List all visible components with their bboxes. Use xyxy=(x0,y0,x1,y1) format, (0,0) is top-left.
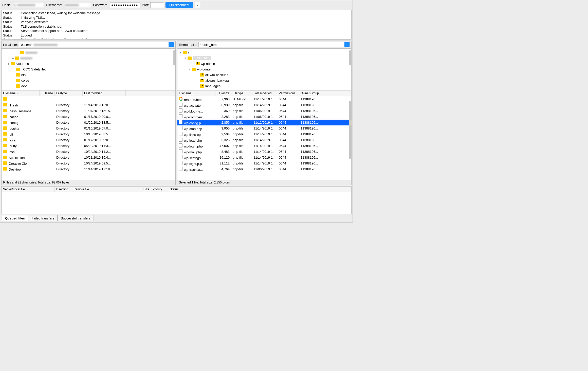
tree-item[interactable]: dev xyxy=(2,83,175,89)
file-row[interactable]: wp-commen..2,283php-file11/06/2019 1...0… xyxy=(177,114,351,120)
column-header[interactable]: Filename▲ xyxy=(177,90,215,96)
file-row[interactable]: wp-activate....6,939php-file11/14/2019 1… xyxy=(177,102,351,108)
file-row[interactable]: wp-trackba...4,764php-file11/06/2019 1..… xyxy=(177,166,351,172)
tree-item[interactable]: ▼/ xyxy=(177,50,351,55)
file-row[interactable]: DesktopDirectory11/14/2019 17:19... xyxy=(2,166,175,172)
local-path-input[interactable]: /Users/■■■■■■■■■■■■ xyxy=(19,42,174,47)
tree-item[interactable]: _CCC SafetyNet xyxy=(2,66,175,72)
file-cell: 11/14/2019 17:19... xyxy=(83,167,126,172)
file-row[interactable]: .configDirectory01/29/2019 13:5... xyxy=(2,120,175,125)
file-cell: Directory xyxy=(55,143,83,148)
file-row[interactable]: .gitDirectory10/16/2019 03:5... xyxy=(2,131,175,137)
quickconnect-button[interactable]: Quickconnect xyxy=(166,2,193,8)
column-header[interactable]: Permissions xyxy=(277,90,299,96)
file-row[interactable]: .localDirectory01/17/2019 09:0... xyxy=(2,137,175,143)
file-row[interactable]: .bash_sessionsDirectory11/07/2019 15:15.… xyxy=(2,108,175,114)
file-row[interactable]: readme.html7,368HTML do...11/14/2019 1..… xyxy=(177,96,351,102)
file-row[interactable]: .TrashDirectory11/14/2019 15:0... xyxy=(2,102,175,108)
scrollbar-thumb[interactable] xyxy=(173,50,175,65)
column-header[interactable]: Last modified xyxy=(252,90,277,96)
file-cell: 10/21/2019 15:4... xyxy=(83,155,126,160)
tree-item[interactable]: ai1wm-backups xyxy=(177,72,351,78)
column-header[interactable]: Filetype xyxy=(231,90,252,96)
disclosure-triangle-icon[interactable]: ▼ xyxy=(179,51,182,54)
log-label: Status: xyxy=(3,38,16,40)
file-cell: Directory xyxy=(55,120,83,125)
tree-item[interactable]: ▼wp-content xyxy=(177,66,351,72)
file-cell: Directory xyxy=(55,114,83,119)
disclosure-triangle-icon[interactable]: ▶ xyxy=(12,57,14,60)
column-header[interactable]: Filename▲ xyxy=(2,90,40,96)
file-row[interactable]: wp-config.p...2,855php-file11/12/2019 1.… xyxy=(177,120,351,125)
username-input[interactable] xyxy=(64,2,91,8)
file-row[interactable]: wp-mail.php8,483php-file11/14/2019 1...0… xyxy=(177,149,351,155)
local-path-dropdown[interactable] xyxy=(169,42,174,47)
tree-item[interactable]: ■■■■■■ xyxy=(2,50,175,55)
scrollbar-thumb[interactable] xyxy=(349,101,351,159)
file-row[interactable]: wp-links-op...2,504php-file11/14/2019 1.… xyxy=(177,131,351,137)
file-row[interactable]: .. xyxy=(2,96,175,102)
host-input[interactable] xyxy=(11,2,44,8)
message-log[interactable]: Status:Connection established, waiting f… xyxy=(1,10,352,40)
column-header[interactable]: Priority xyxy=(151,187,168,192)
remote-tree[interactable]: ▼/▼public_htmlwp-admin▼wp-contentai1wm-b… xyxy=(177,49,352,90)
local-columns[interactable]: Filename▲FilesizeFiletypeLast modified xyxy=(2,90,175,96)
tree-item[interactable]: ▼public_html xyxy=(177,55,351,61)
disclosure-triangle-icon[interactable]: ▶ xyxy=(8,62,10,65)
column-header[interactable]: Remote file xyxy=(72,187,141,192)
file-row[interactable]: ApplicationsDirectory10/21/2019 15:4... xyxy=(2,155,175,160)
column-header[interactable]: Direction xyxy=(55,187,72,192)
tree-item[interactable]: wp-admin xyxy=(177,61,351,66)
file-row[interactable]: Creative Clo...Directory10/24/2019 09:5.… xyxy=(2,160,175,166)
file-icon xyxy=(179,120,182,124)
local-rows[interactable]: ...TrashDirectory11/14/2019 15:0....bash… xyxy=(2,96,175,180)
file-cell: wp-trackba... xyxy=(177,166,215,172)
column-header[interactable]: Status xyxy=(168,187,214,192)
tree-item[interactable]: cores xyxy=(2,78,175,83)
log-label: Status: xyxy=(3,29,16,33)
tree-item[interactable]: aiowps_backups xyxy=(177,78,351,83)
scrollbar-thumb[interactable] xyxy=(349,50,351,65)
tree-item[interactable]: ▶Volumes xyxy=(2,61,175,66)
column-header[interactable]: Owner/Group xyxy=(299,90,327,96)
remote-path-dropdown[interactable] xyxy=(344,42,350,47)
disclosure-triangle-icon[interactable]: ▼ xyxy=(189,68,191,71)
remote-site-label: Remote site: xyxy=(179,43,197,47)
file-cell: wp-settings... xyxy=(177,155,215,160)
column-header[interactable]: Filesize xyxy=(40,90,55,96)
password-input[interactable] xyxy=(110,2,140,8)
tab-successful-transfers[interactable]: Successful transfers xyxy=(58,215,94,221)
queue-columns[interactable]: Server/Local fileDirectionRemote fileSiz… xyxy=(2,187,351,192)
tree-item[interactable]: ▶etc xyxy=(2,89,175,90)
file-row[interactable]: wp-load.php3,326php-file11/14/2019 1...0… xyxy=(177,137,351,143)
file-row[interactable]: wp-blog-he...369php-file11/06/2019 1...0… xyxy=(177,108,351,114)
quickconnect-history-dropdown[interactable] xyxy=(195,2,200,8)
file-row[interactable]: wp-settings...19,120php-file11/14/2019 1… xyxy=(177,155,351,160)
tab-queued-files[interactable]: Queued files xyxy=(2,215,28,221)
column-header[interactable]: Filetype xyxy=(55,90,83,96)
local-tree[interactable]: ■■■■■■▶■■■■■■▶Volumes_CCC SafetyNetbinco… xyxy=(1,49,176,90)
disclosure-triangle-icon[interactable]: ▼ xyxy=(184,57,187,60)
remote-columns[interactable]: Filename▲FilesizeFiletypeLast modifiedPe… xyxy=(177,90,351,96)
file-row[interactable]: .puttyDirectory05/23/2019 11:3... xyxy=(2,143,175,149)
file-row[interactable]: .dockerDirectory01/15/2019 07:0... xyxy=(2,125,175,131)
column-header[interactable]: Size xyxy=(141,187,151,192)
file-cell: php-file xyxy=(231,132,252,137)
tab-failed-transfers[interactable]: Failed transfers xyxy=(28,215,58,221)
file-row[interactable]: .cacheDirectory01/17/2019 09:0... xyxy=(2,114,175,120)
file-row[interactable]: wp-signup.p...31,112php-file11/14/2019 1… xyxy=(177,160,351,166)
remote-rows[interactable]: readme.html7,368HTML do...11/14/2019 1..… xyxy=(177,96,351,180)
column-header[interactable]: Last modified xyxy=(83,90,126,96)
file-row[interactable]: .sshDirectory10/24/2019 11:2... xyxy=(2,149,175,155)
column-header[interactable]: Filesize xyxy=(215,90,231,96)
tree-item[interactable]: bin xyxy=(2,72,175,78)
queue-body[interactable] xyxy=(2,192,351,214)
port-input[interactable] xyxy=(150,2,164,8)
folder-icon xyxy=(20,51,24,54)
file-row[interactable]: wp-login.php47,007php-file11/14/2019 1..… xyxy=(177,143,351,149)
column-header[interactable]: Server/Local file xyxy=(2,187,55,192)
remote-path-input[interactable]: /public_html xyxy=(198,42,350,47)
tree-item[interactable]: ▶■■■■■■ xyxy=(2,55,175,61)
tree-item[interactable]: languages xyxy=(177,83,351,89)
file-row[interactable]: wp-cron.php3,955php-file11/14/2019 1...0… xyxy=(177,125,351,131)
